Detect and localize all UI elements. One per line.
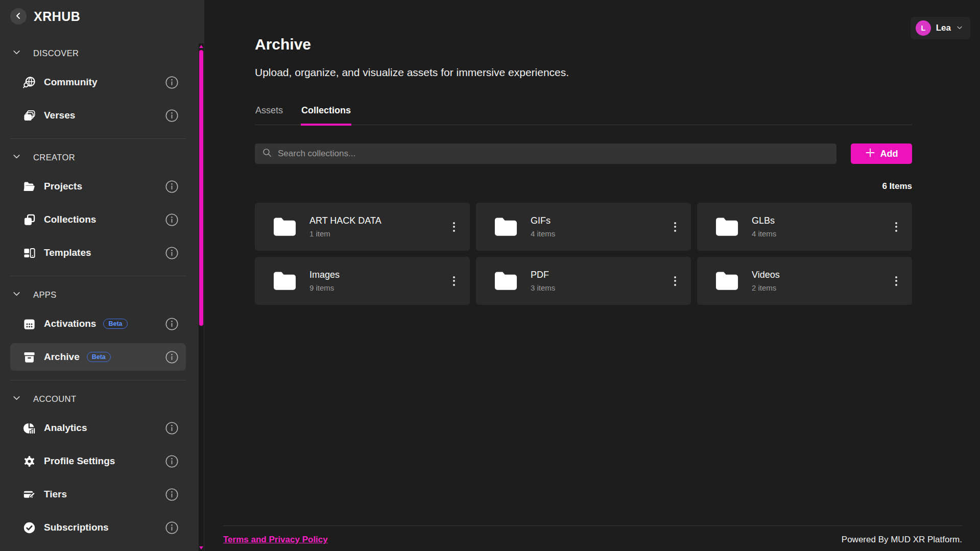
card-menu-button[interactable] bbox=[892, 219, 900, 235]
avatar: L bbox=[916, 20, 931, 36]
collection-card-pdf[interactable]: PDF 3 items bbox=[476, 257, 691, 305]
subscriptions-icon bbox=[22, 521, 36, 535]
user-menu[interactable]: L Lea bbox=[911, 17, 970, 39]
collection-count: 4 items bbox=[752, 229, 776, 238]
sidebar-section: ACCOUNT Analytics Profile Settings Tiers… bbox=[10, 380, 186, 541]
plus-icon bbox=[865, 148, 875, 160]
chevron-down-icon bbox=[12, 290, 21, 300]
sidebar-section: CREATOR Projects Collections Templates bbox=[10, 138, 186, 267]
tab-assets[interactable]: Assets bbox=[255, 105, 283, 126]
app-logo: XRHUB bbox=[34, 9, 80, 24]
page-subtitle: Upload, organize, and visualize assets f… bbox=[255, 66, 912, 79]
chevron-down-icon bbox=[956, 24, 963, 33]
collection-card-gifs[interactable]: GIFs 4 items bbox=[476, 203, 691, 251]
section-label: CREATOR bbox=[33, 153, 75, 162]
scrollbar-thumb[interactable] bbox=[199, 50, 203, 326]
beta-badge: Beta bbox=[87, 352, 111, 362]
info-icon[interactable] bbox=[165, 109, 179, 123]
sidebar-item-collections[interactable]: Collections bbox=[10, 206, 186, 233]
tab-collections[interactable]: Collections bbox=[301, 105, 351, 126]
collection-count: 9 items bbox=[309, 283, 340, 292]
scroll-up-arrow-icon[interactable] bbox=[199, 45, 203, 48]
collection-count: 3 items bbox=[531, 283, 555, 292]
user-name: Lea bbox=[936, 23, 951, 33]
info-icon[interactable] bbox=[165, 454, 179, 468]
collection-name: Images bbox=[309, 270, 340, 280]
info-icon[interactable] bbox=[165, 488, 179, 501]
section-header-discover[interactable]: DISCOVER bbox=[10, 44, 186, 62]
collection-card-art-hack-data[interactable]: ART HACK DATA 1 item bbox=[255, 203, 470, 251]
collection-name: ART HACK DATA bbox=[309, 215, 381, 226]
info-icon[interactable] bbox=[165, 246, 179, 260]
collection-name: Videos bbox=[752, 270, 780, 280]
info-icon[interactable] bbox=[165, 521, 179, 535]
section-label: APPS bbox=[33, 290, 57, 300]
sidebar-item-verses[interactable]: Verses bbox=[10, 102, 186, 129]
card-menu-button[interactable] bbox=[450, 273, 458, 289]
footer: Terms and Privacy Policy Powered By MUD … bbox=[223, 525, 962, 545]
folder-icon bbox=[494, 217, 518, 237]
community-icon bbox=[22, 76, 36, 89]
section-header-apps[interactable]: APPS bbox=[10, 285, 186, 304]
sidebar-item-projects[interactable]: Projects bbox=[10, 173, 186, 200]
projects-icon bbox=[22, 180, 36, 194]
sidebar-item-profile-settings[interactable]: Profile Settings bbox=[10, 447, 186, 475]
page-title: Archive bbox=[255, 36, 912, 53]
main-area: L Lea Archive Upload, organize, and visu… bbox=[204, 0, 980, 551]
chevron-down-icon bbox=[12, 48, 21, 59]
folder-icon bbox=[273, 217, 297, 237]
sidebar-item-activations[interactable]: Activations Beta bbox=[10, 310, 186, 338]
chevron-left-icon bbox=[14, 12, 22, 21]
sidebar-item-analytics[interactable]: Analytics bbox=[10, 414, 186, 442]
terms-link[interactable]: Terms and Privacy Policy bbox=[223, 535, 328, 545]
collection-count: 1 item bbox=[309, 229, 381, 238]
collection-card-videos[interactable]: Videos 2 items bbox=[697, 257, 912, 305]
tab-bar: AssetsCollections bbox=[255, 105, 912, 125]
sidebar-item-community[interactable]: Community bbox=[10, 68, 186, 96]
info-icon[interactable] bbox=[165, 213, 179, 227]
section-header-account[interactable]: ACCOUNT bbox=[10, 390, 186, 408]
chevron-down-icon bbox=[12, 394, 21, 404]
sidebar-item-archive[interactable]: Archive Beta bbox=[10, 343, 186, 371]
sidebar-item-tiers[interactable]: Tiers bbox=[10, 481, 186, 508]
sidebar-scrollbar[interactable] bbox=[199, 43, 204, 551]
archive-icon bbox=[22, 350, 36, 364]
info-icon[interactable] bbox=[165, 76, 179, 89]
analytics-icon bbox=[22, 421, 36, 435]
section-label: DISCOVER bbox=[33, 49, 79, 58]
collection-card-glbs[interactable]: GLBs 4 items bbox=[697, 203, 912, 251]
collection-card-images[interactable]: Images 9 items bbox=[255, 257, 470, 305]
folder-icon bbox=[273, 271, 297, 291]
activations-icon bbox=[22, 317, 36, 331]
search-input[interactable] bbox=[278, 149, 829, 159]
info-icon[interactable] bbox=[165, 421, 179, 435]
gear-icon bbox=[22, 454, 36, 468]
sidebar-section: APPS Activations Beta Archive Beta bbox=[10, 276, 186, 371]
collection-name: PDF bbox=[531, 270, 555, 280]
section-header-creator[interactable]: CREATOR bbox=[10, 148, 186, 166]
chevron-down-icon bbox=[12, 152, 21, 163]
card-menu-button[interactable] bbox=[671, 219, 679, 235]
collections-icon bbox=[22, 213, 36, 227]
collections-grid: ART HACK DATA 1 item GIFs 4 items GLBs 4… bbox=[255, 203, 912, 305]
sidebar-nav: DISCOVER Community Verses CREATOR Projec… bbox=[0, 33, 204, 541]
sidebar-item-subscriptions[interactable]: Subscriptions bbox=[10, 514, 186, 541]
info-icon[interactable] bbox=[165, 350, 179, 364]
scroll-down-arrow-icon[interactable] bbox=[199, 546, 203, 549]
search-icon bbox=[262, 148, 272, 160]
card-menu-button[interactable] bbox=[892, 273, 900, 289]
collection-name: GIFs bbox=[531, 215, 555, 226]
app-window: XRHUB DISCOVER Community Verses bbox=[0, 0, 980, 551]
info-icon[interactable] bbox=[165, 317, 179, 331]
folder-icon bbox=[715, 217, 739, 237]
beta-badge: Beta bbox=[103, 319, 127, 329]
card-menu-button[interactable] bbox=[671, 273, 679, 289]
card-menu-button[interactable] bbox=[450, 219, 458, 235]
tiers-icon bbox=[22, 488, 36, 501]
collapse-sidebar-button[interactable] bbox=[10, 8, 27, 25]
info-icon[interactable] bbox=[165, 180, 179, 194]
sidebar-header: XRHUB bbox=[0, 0, 204, 33]
sidebar-item-templates[interactable]: Templates bbox=[10, 239, 186, 267]
add-button[interactable]: Add bbox=[851, 143, 912, 164]
collection-name: GLBs bbox=[752, 215, 776, 226]
